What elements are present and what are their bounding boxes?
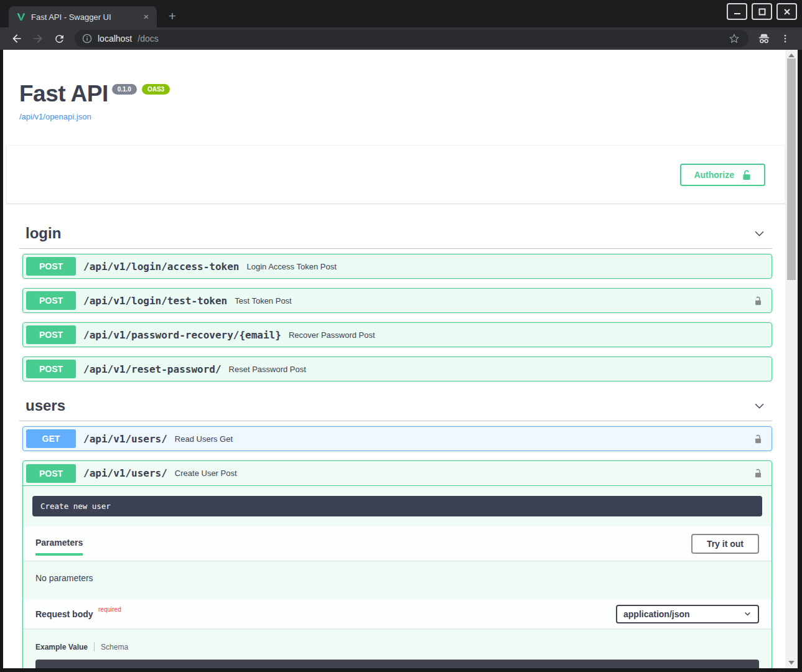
- operation-description: Create new user: [32, 496, 762, 516]
- no-parameters-text: No parameters: [23, 561, 772, 599]
- star-icon: [729, 33, 740, 44]
- method-badge: POST: [26, 464, 76, 483]
- example-code-block: {: [35, 660, 759, 668]
- browser-toolbar: localhost/docs: [0, 27, 802, 50]
- bookmark-star-button[interactable]: [726, 30, 742, 47]
- request-body-example-area: Example Value Schema {: [23, 628, 772, 668]
- browser-menu-button[interactable]: [777, 30, 793, 47]
- authorize-button[interactable]: Authorize: [680, 164, 765, 186]
- page-title: Fast API: [19, 82, 108, 105]
- unlocked-padlock-icon: [753, 295, 763, 307]
- reload-button[interactable]: [50, 30, 68, 47]
- chevron-down-icon: [744, 610, 752, 618]
- tag-header-login[interactable]: login: [19, 218, 772, 249]
- operation-path: /api/v1/password-recovery/{email}: [83, 329, 281, 341]
- schema-tab[interactable]: Schema: [101, 643, 128, 651]
- maximize-icon: [758, 8, 766, 16]
- operations-wrapper: login POST /api/v1/login/access-token Lo…: [3, 218, 785, 668]
- incognito-indicator: [756, 30, 772, 47]
- unlocked-padlock-icon: [742, 169, 752, 180]
- method-badge: POST: [26, 257, 76, 276]
- content-type-value: application/json: [623, 609, 744, 619]
- address-bar[interactable]: localhost/docs: [75, 30, 748, 47]
- url-path: /docs: [138, 34, 158, 44]
- authorize-label: Authorize: [694, 170, 734, 180]
- chevron-down-icon[interactable]: [753, 227, 766, 240]
- maximize-button[interactable]: [752, 3, 772, 20]
- operation-path: /api/v1/login/access-token: [83, 261, 239, 273]
- operation-summary: Reset Password Post: [229, 365, 306, 374]
- tag-name: users: [26, 397, 65, 414]
- request-body-label: Request body: [35, 609, 93, 619]
- method-badge: POST: [26, 291, 76, 310]
- reload-icon: [54, 33, 65, 45]
- operation-summary: Test Token Post: [235, 296, 292, 306]
- auth-lock-button[interactable]: [750, 293, 765, 308]
- operation-summary: Recover Password Post: [289, 330, 375, 340]
- auth-lock-button[interactable]: [750, 466, 765, 481]
- parameters-section-header: Parameters Try it out: [23, 526, 772, 561]
- method-badge: POST: [26, 325, 76, 344]
- operation-row-password-recovery[interactable]: POST /api/v1/password-recovery/{email} R…: [22, 322, 772, 347]
- parameters-tab-label: Parameters: [35, 531, 83, 556]
- operation-row-login-access-token[interactable]: POST /api/v1/login/access-token Login Ac…: [22, 254, 772, 279]
- forward-arrow-icon: [32, 32, 44, 45]
- url-host: localhost: [98, 34, 132, 44]
- operation-path: /api/v1/login/test-token: [83, 295, 227, 307]
- page-info-icon[interactable]: [82, 34, 92, 44]
- operation-summary: Create User Post: [175, 469, 237, 478]
- operation-path: /api/v1/users/: [83, 467, 167, 479]
- operation-path: /api/v1/users/: [83, 433, 167, 445]
- swagger-ui-page: Fast API 0.1.0 OAS3 /api/v1/openapi.json…: [3, 50, 785, 668]
- tab-fast-api-swagger[interactable]: Fast API - Swagger UI ×: [9, 6, 157, 27]
- try-it-out-button[interactable]: Try it out: [691, 534, 759, 554]
- operation-block-create-user-expanded: POST /api/v1/users/ Create User Post Cre…: [22, 460, 772, 668]
- auth-lock-button[interactable]: [750, 431, 765, 446]
- tab-divider: [94, 642, 95, 651]
- oas3-badge: OAS3: [142, 84, 170, 95]
- minimize-icon: [734, 8, 741, 16]
- page-scrollbar[interactable]: [785, 50, 798, 668]
- version-badge: 0.1.0: [112, 84, 137, 95]
- browser-window: Fast API - Swagger UI × +: [0, 0, 802, 672]
- forward-button[interactable]: [29, 30, 47, 47]
- tab-title: Fast API - Swagger UI: [31, 12, 136, 22]
- window-controls: [727, 3, 797, 20]
- operation-path: /api/v1/reset-password/: [83, 363, 221, 375]
- favicon-v-icon: [16, 12, 26, 22]
- method-badge: POST: [26, 360, 76, 378]
- tab-bar: Fast API - Swagger UI × +: [0, 0, 802, 27]
- chevron-down-icon[interactable]: [753, 399, 766, 413]
- minimize-button[interactable]: [727, 3, 747, 20]
- unlocked-padlock-icon: [753, 433, 763, 445]
- openapi-spec-link[interactable]: /api/v1/openapi.json: [19, 112, 91, 121]
- unlocked-padlock-icon: [753, 467, 763, 479]
- api-info-section: Fast API 0.1.0 OAS3 /api/v1/openapi.json: [3, 50, 785, 122]
- tag-name: login: [26, 225, 61, 242]
- operation-row-read-users[interactable]: GET /api/v1/users/ Read Users Get: [22, 426, 772, 451]
- incognito-icon: [757, 32, 771, 45]
- close-button[interactable]: [776, 3, 797, 20]
- operation-summary: Login Access Token Post: [246, 262, 336, 271]
- operation-row-reset-password[interactable]: POST /api/v1/reset-password/ Reset Passw…: [22, 357, 772, 381]
- scheme-container: Authorize: [6, 145, 785, 203]
- scrollbar-down-arrow[interactable]: [785, 658, 798, 667]
- back-button[interactable]: [8, 30, 26, 47]
- operation-summary: Read Users Get: [175, 434, 233, 444]
- method-badge: GET: [26, 429, 76, 448]
- request-body-section-header: Request body required application/json: [23, 599, 772, 628]
- content-type-dropdown[interactable]: application/json: [616, 605, 759, 623]
- tab-close-icon[interactable]: ×: [141, 11, 152, 22]
- close-icon: [783, 8, 791, 16]
- tag-header-users[interactable]: users: [19, 391, 772, 421]
- required-marker: required: [98, 606, 121, 613]
- back-arrow-icon: [11, 32, 23, 45]
- scrollbar-thumb[interactable]: [787, 58, 796, 280]
- kebab-menu-icon: [780, 33, 791, 44]
- new-tab-button[interactable]: +: [164, 9, 180, 25]
- example-value-tab[interactable]: Example Value: [35, 643, 88, 651]
- operation-row-create-user[interactable]: POST /api/v1/users/ Create User Post: [23, 461, 772, 486]
- operation-row-login-test-token[interactable]: POST /api/v1/login/test-token Test Token…: [22, 288, 772, 313]
